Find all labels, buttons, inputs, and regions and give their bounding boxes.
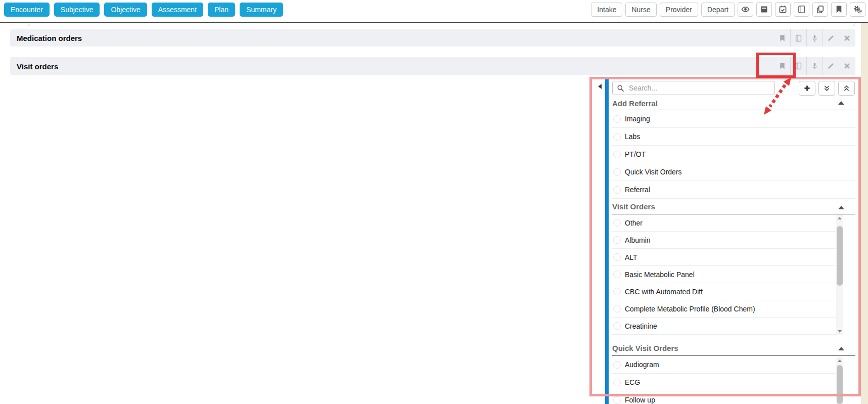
list-item[interactable]: Albumin <box>612 232 836 249</box>
list-item[interactable]: Quick Visit Orders <box>612 163 855 181</box>
scroll-down-icon[interactable] <box>836 328 843 335</box>
search-box <box>612 81 775 95</box>
nav-summary-button[interactable]: Summary <box>240 3 283 17</box>
radio-circle-icon <box>613 133 621 141</box>
eye-icon <box>741 5 750 14</box>
orders-picker-panel: Add Referral Imaging Labs PT/OT Quick Vi… <box>592 79 859 404</box>
list-item[interactable]: Follow up <box>612 391 836 404</box>
ehr-screen: Encounter Subjective Objective Assessmen… <box>0 0 868 404</box>
section-bookmark-button[interactable] <box>774 29 790 47</box>
section-edit-button[interactable] <box>823 29 839 47</box>
radio-circle-icon <box>613 305 621 312</box>
list-item[interactable]: Imaging <box>612 110 855 128</box>
top-right-actions: Intake Nurse Provider Depart <box>591 2 865 17</box>
collapse-group-icon[interactable] <box>838 347 844 350</box>
list-item-label: Follow up <box>625 396 655 404</box>
book-icon <box>795 62 802 70</box>
chart-nav-tabs: Encounter Subjective Objective Assessmen… <box>4 3 283 17</box>
quick-visit-orders-scrollbar[interactable] <box>836 357 843 404</box>
list-item[interactable]: Referral <box>612 181 855 199</box>
collapse-panel-arrow-icon[interactable] <box>598 84 602 89</box>
section-close-button[interactable] <box>839 29 855 47</box>
bookmark-icon <box>779 34 786 42</box>
list-item-label: Imaging <box>625 115 650 123</box>
book-icon <box>797 5 806 14</box>
radio-circle-icon <box>613 219 621 227</box>
double-chevron-down-icon <box>823 84 831 92</box>
nav-objective-button[interactable]: Objective <box>104 3 147 17</box>
section-edit-button[interactable] <box>823 57 839 75</box>
scroll-up-icon[interactable] <box>836 357 843 364</box>
section-microphone-button[interactable] <box>806 57 823 75</box>
radio-circle-icon <box>613 236 621 244</box>
copy-icon <box>816 5 825 14</box>
calendar-check-icon <box>779 5 787 14</box>
add-order-button[interactable] <box>799 81 815 96</box>
top-toolbar: Encounter Subjective Objective Assessmen… <box>0 0 868 22</box>
section-book-button[interactable] <box>790 29 806 47</box>
list-item-label: Referral <box>625 186 650 194</box>
add-referral-list: Imaging Labs PT/OT Quick Visit Orders Re… <box>612 110 855 199</box>
list-item[interactable]: Complete Metabolic Profile (Blood Chem) <box>612 300 836 318</box>
search-input[interactable] <box>628 83 770 93</box>
gears-button[interactable] <box>850 2 865 17</box>
radio-circle-icon <box>613 151 621 158</box>
expand-all-button[interactable] <box>818 81 835 96</box>
bookmark-icon <box>835 5 843 14</box>
radio-circle-icon <box>613 322 621 330</box>
copy-button[interactable] <box>812 2 828 17</box>
close-icon <box>843 34 851 42</box>
section-icon-toolbar <box>774 29 855 47</box>
scrollbar-thumb[interactable] <box>837 365 843 404</box>
calendar-check-button[interactable] <box>775 2 791 17</box>
add-icon <box>803 84 811 92</box>
visit-orders-section-bar[interactable]: Visit orders <box>10 57 855 75</box>
section-close-button[interactable] <box>839 57 855 75</box>
scrollbar-thumb[interactable] <box>837 226 843 286</box>
panel-accent-bar <box>605 79 609 404</box>
visit-orders-scrollbar[interactable] <box>836 214 843 335</box>
section-microphone-button[interactable] <box>806 29 823 47</box>
depart-button[interactable]: Depart <box>701 3 735 17</box>
bookmark-button[interactable] <box>831 2 847 17</box>
nurse-button[interactable]: Nurse <box>625 3 656 17</box>
list-item-label: Complete Metabolic Profile (Blood Chem) <box>625 305 755 313</box>
group-header-add-referral: Add Referral <box>612 99 835 108</box>
list-item[interactable]: Creatinine <box>612 318 836 335</box>
collapse-group-icon[interactable] <box>838 206 844 209</box>
list-item-label: CBC with Automated Diff <box>625 288 703 296</box>
collapse-group-icon[interactable] <box>838 101 844 105</box>
page-scrollbar[interactable] <box>861 23 868 404</box>
list-item[interactable]: ALT <box>612 249 836 266</box>
list-item[interactable]: ECG <box>612 374 836 391</box>
scroll-up-icon[interactable] <box>836 214 843 221</box>
provider-button[interactable]: Provider <box>660 3 698 17</box>
nav-assessment-button[interactable]: Assessment <box>152 3 203 17</box>
nav-subjective-button[interactable]: Subjective <box>54 3 100 17</box>
nav-encounter-button[interactable]: Encounter <box>4 3 50 17</box>
list-item[interactable]: Labs <box>612 128 855 146</box>
list-item-label: Other <box>625 219 643 227</box>
medication-orders-section-bar[interactable]: Medication orders <box>10 29 855 47</box>
radio-circle-icon <box>613 379 621 386</box>
intake-button[interactable]: Intake <box>591 3 622 17</box>
radio-circle-icon <box>613 115 621 123</box>
radio-circle-icon <box>613 361 621 369</box>
close-icon <box>843 62 851 70</box>
section-title: Medication orders <box>17 34 82 42</box>
group-header-visit-orders: Visit Orders <box>612 202 835 211</box>
list-item[interactable]: CBC with Automated Diff <box>612 283 836 300</box>
list-item[interactable]: PT/OT <box>612 146 855 163</box>
nav-plan-button[interactable]: Plan <box>208 3 235 17</box>
book-button[interactable] <box>794 2 809 17</box>
list-item[interactable]: Audiogram <box>612 356 836 374</box>
collapse-all-button[interactable] <box>838 81 855 96</box>
section-book-button[interactable] <box>790 57 806 75</box>
gears-icon <box>853 5 862 14</box>
list-item[interactable]: Other <box>612 214 836 232</box>
eye-button[interactable] <box>738 2 753 17</box>
section-bookmark-button[interactable] <box>774 57 790 75</box>
list-item-label: Labs <box>625 132 640 141</box>
list-item[interactable]: Basic Metabolic Panel <box>612 266 836 283</box>
archive-box-button[interactable] <box>756 2 772 17</box>
